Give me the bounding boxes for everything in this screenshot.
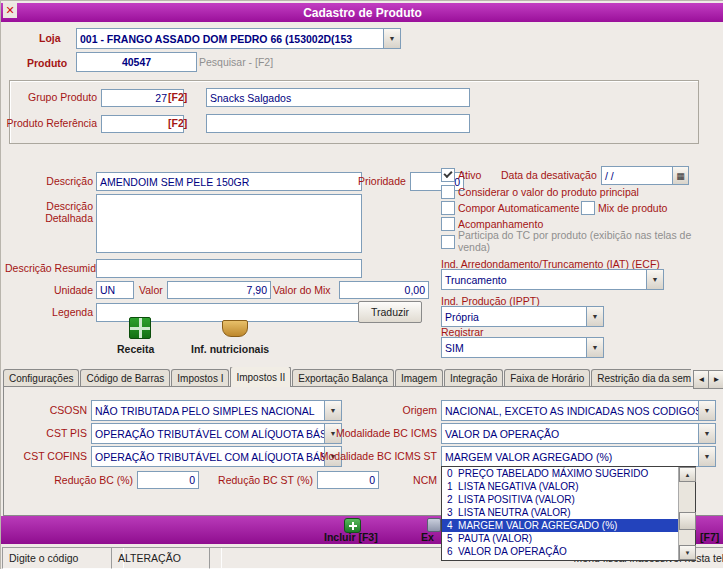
cst-pis-select[interactable]: OPERAÇÃO TRIBUTÁVEL COM ALÍQUOTA BÁSICA … [91,423,342,444]
dropdown-item[interactable]: 6 VALOR DA OPERAÇÃO [442,545,679,558]
cst-pis-select-value: OPERAÇÃO TRIBUTÁVEL COM ALÍQUOTA BÁSICA [95,428,342,440]
tab-scroll-right-button[interactable]: ► [708,370,723,389]
modalidade-bc-icms-st-select-value: MARGEM VALOR AGREGADO (%) [445,451,612,463]
descricao-detalhada-label: Descrição Detalhada [5,200,93,224]
modalidade-bc-icms-st-dropdown-button[interactable]: ▼ [698,447,715,466]
traduzir-button[interactable]: Traduzir [358,301,422,323]
modalidade-bc-icms-select[interactable]: VALOR DA OPERAÇÃO ▼ [441,423,716,444]
calendar-button[interactable]: ▦ [672,167,688,184]
dropdown-item[interactable]: 2 LISTA POSITIVA (VALOR) [442,493,679,506]
csosn-select[interactable]: NÃO TRIBUTADA PELO SIMPLES NACIONAL ▼ [91,400,342,421]
scrollbar-thumb[interactable] [679,512,696,530]
dropdown-item[interactable]: 3 LISTA NEUTRA (VALOR) [442,506,679,519]
origem-label: Origem [307,404,437,416]
close-icon: ✕ [5,4,14,17]
receita-icon[interactable] [129,317,151,339]
mix-de-produto-label[interactable]: Mix de produto [598,202,667,214]
data-desativacao-field[interactable]: / / ▦ [601,166,689,185]
tab-restricao-dia-da-semana[interactable]: Restrição dia da semana [591,369,691,387]
ativo-checkbox[interactable] [441,168,455,182]
ippt-dropdown-button[interactable]: ▼ [586,307,603,326]
descricao-field[interactable]: AMENDOIM SEM PELE 150GR [96,172,362,191]
descricao-detalhada-field[interactable] [96,194,362,253]
receita-label[interactable]: Receita [117,343,154,355]
registrar-select-value: SIM [445,342,464,354]
status-mode: ALTERAÇÃO [111,547,222,569]
origem-select-value: NACIONAL, EXCETO AS INDICADAS NOS CODIGO… [445,405,714,417]
grupo-produto-descricao-field[interactable]: Snacks Salgados [206,88,470,107]
compor-automaticamente-checkbox[interactable] [441,201,455,215]
unidade-field[interactable]: UN [96,281,134,299]
window-titlebar: Cadastro de Produto [1,3,723,22]
prioridade-field[interactable]: 0 [410,172,464,191]
excluir-button-partial[interactable]: Ex [421,531,434,543]
incluir-button[interactable]: Incluir [F3] [324,531,378,543]
tab-imagem[interactable]: Imagem [395,369,443,387]
tab-impostos-i[interactable]: Impostos I [171,369,229,387]
acompanhamento-checkbox[interactable] [441,217,455,231]
dropdown-item[interactable]: 0 PREÇO TABELADO MÁXIMO SUGERIDO [442,467,679,480]
reducao-bc-st-label: Redução BC ST (%) [209,474,313,486]
ativo-label[interactable]: Ativo [458,169,481,181]
dropdown-item[interactable]: 4 MARGEM VALOR AGREGADO (%) [442,519,679,532]
dropdown-item[interactable]: 1 LISTA NEGATIVA (VALOR) [442,480,679,493]
iat-dropdown-button[interactable]: ▼ [646,270,663,289]
produto-codigo-field[interactable]: 40547 [76,52,197,72]
scroll-down-button[interactable]: ▼ [679,545,696,560]
considerar-checkbox[interactable] [441,185,455,199]
participa-tc-checkbox[interactable] [441,235,455,249]
calendar-icon: ▦ [676,171,685,181]
excluir-icon[interactable] [427,518,441,532]
pesquisar-hint: Pesquisar - [F2] [199,56,273,68]
modalidade-bc-icms-dropdown-button[interactable]: ▼ [698,424,715,443]
produto-label: Produto [27,57,67,69]
origem-select[interactable]: NACIONAL, EXCETO AS INDICADAS NOS CODIGO… [441,400,716,421]
tab-codigo-de-barras[interactable]: Código de Barras [80,369,170,387]
valor-do-mix-label: Valor do Mix [273,284,331,296]
loja-select[interactable]: 001 - FRANGO ASSADO DOM PEDRO 66 (153002… [76,28,401,49]
inf-nutricionais-label[interactable]: Inf. nutricionais [191,343,269,355]
produto-referencia-label: Produto Referência [5,117,97,129]
referencia-f2-label: [F2] [168,117,187,129]
considerar-label[interactable]: Considerar o valor do produto principal [458,186,639,198]
dropdown-item[interactable]: 5 PAUTA (VALOR) [442,532,679,545]
grupo-f2-label: [F2] [168,91,187,103]
status-message: Digite o código [2,547,124,569]
loja-dropdown-button[interactable]: ▼ [383,29,400,48]
ippt-select-value: Própria [445,311,479,323]
mix-de-produto-checkbox[interactable] [581,201,595,215]
registrar-dropdown-button[interactable]: ▼ [586,338,603,357]
dropdown-scrollbar[interactable]: ▲ ▼ [678,467,695,560]
scroll-up-button[interactable]: ▲ [679,467,696,482]
cst-cofins-label: CST COFINS [9,450,87,462]
tab-configuracoes[interactable]: Configurações [3,369,79,387]
loja-label: Loja [39,32,61,44]
modalidade-bc-icms-st-select[interactable]: MARGEM VALOR AGREGADO (%) ▼ [441,446,716,467]
origem-dropdown-button[interactable]: ▼ [698,401,715,420]
cadastro-produto-window: ✕ Cadastro de Produto Loja 001 - FRANGO … [0,0,723,569]
csosn-label: CSOSN [9,404,87,416]
valor-field[interactable]: 7,90 [167,281,271,299]
tab-integracao[interactable]: Integração [444,369,503,387]
registrar-select[interactable]: SIM ▼ [441,337,604,358]
produto-referencia-descricao-field[interactable] [206,114,470,133]
iat-select[interactable]: Truncamento ▼ [441,269,664,290]
unidade-label: Unidade [5,284,93,296]
scroll-up-icon: ▲ [685,472,691,478]
descricao-resumida-field[interactable] [96,259,362,278]
ippt-select[interactable]: Própria ▼ [441,306,604,327]
compor-automaticamente-label[interactable]: Compor Automaticamente [458,202,579,214]
f7-button-partial[interactable]: [F7] [700,531,719,543]
valor-do-mix-field[interactable]: 0,00 [339,281,429,299]
modalidade-bc-icms-st-label: Modalidade BC ICMS ST [307,450,437,462]
inf-nutricionais-icon[interactable] [222,320,248,337]
descricao-resumida-label: Descrição Resumida [5,262,93,274]
grupo-produto-label: Grupo Produto [5,91,97,103]
tab-exportacao-balanca[interactable]: Exportação Balança [292,369,394,387]
tab-impostos-ii[interactable]: Impostos II [230,367,291,387]
reducao-bc-field[interactable]: 0 [137,471,199,489]
legenda-label: Legenda [5,306,93,318]
tab-faixa-de-horario[interactable]: Faixa de Horário [504,369,590,387]
cst-cofins-select[interactable]: OPERAÇÃO TRIBUTÁVEL COM ALÍQUOTA BÁSICA … [91,446,342,467]
close-button[interactable]: ✕ [3,3,17,18]
